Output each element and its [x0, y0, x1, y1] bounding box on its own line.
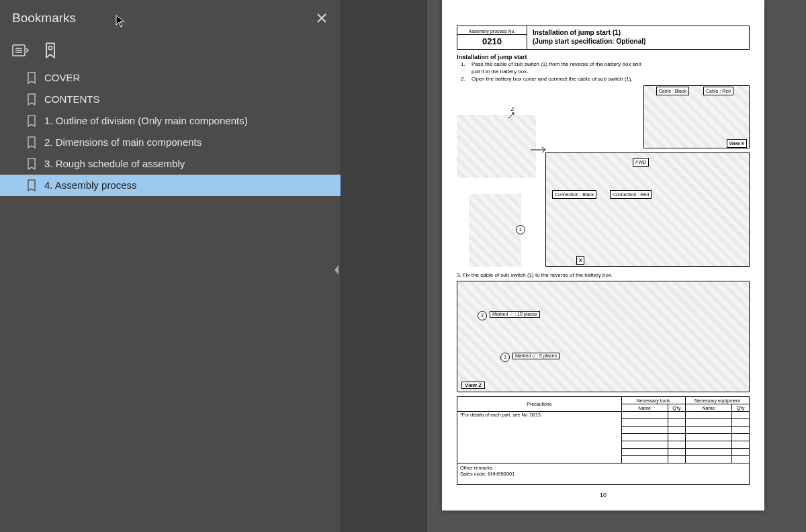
bookmark-label: CONTENTS	[44, 93, 100, 106]
close-panel-button[interactable]	[315, 11, 328, 25]
th-qty: Q'ty	[668, 404, 685, 412]
bookmark-item-cover[interactable]: COVER	[0, 67, 341, 89]
label-x: X	[576, 256, 584, 265]
bookmark-item-assembly[interactable]: 4. Assembly process	[0, 175, 341, 196]
bookmark-icon	[27, 72, 38, 84]
th-qty: Q'ty	[732, 404, 750, 412]
th-name: Name	[621, 404, 668, 412]
th-tools: Necessary tools	[621, 397, 685, 404]
remarks-text: Sales code: 6HH990001	[460, 471, 746, 477]
label-marked-star: Marked ☆ : 10 places	[490, 311, 540, 318]
step-text: Pass the cable of sub switch (1) from th…	[472, 60, 646, 75]
bookmark-icon	[27, 179, 38, 191]
find-bookmark-button[interactable]	[42, 43, 59, 58]
step-text: Open the battery box cover and connect t…	[472, 75, 646, 83]
label-view-x: View X	[727, 139, 747, 148]
process-title-line2: (Jump start specification: Optional)	[533, 37, 744, 46]
chevron-left-icon	[332, 263, 341, 277]
bookmark-icon	[27, 93, 38, 105]
close-icon	[315, 11, 328, 25]
diagram-area-2: 2 Marked ☆ : 10 places 3 Marked ◇ : 5 pl…	[457, 281, 750, 392]
bookmark-label: 3. Rough schedule of assembly	[44, 157, 185, 171]
bookmark-item-outline[interactable]: 1. Outline of division (Only main compon…	[0, 110, 341, 132]
bookmark-icon	[27, 136, 38, 148]
process-number-cell: Assembly process No. 0210	[457, 26, 527, 49]
step-1: 1. Pass the cable of sub switch (1) from…	[461, 60, 750, 75]
step-number: 1.	[461, 60, 467, 75]
bookmark-label: 1. Outline of division (Only main compon…	[44, 114, 248, 128]
label-cable-red: Cable : Red	[703, 87, 733, 95]
th-precautions: Precautions	[457, 397, 622, 412]
bottom-table: Precautions Necessary tools Necessary eq…	[457, 396, 750, 463]
process-title-line1: Installation of jump start (1)	[533, 28, 744, 37]
bookmark-item-dimensions[interactable]: 2. Dimensions of main components	[0, 132, 341, 153]
step-number: 2.	[461, 75, 467, 83]
bookmark-item-schedule[interactable]: 3. Rough schedule of assembly	[0, 153, 341, 175]
bookmark-icon	[27, 115, 38, 127]
label-connection-red: Connection : Red	[610, 190, 652, 199]
th-name: Name	[685, 404, 731, 412]
bookmarks-title: Bookmarks	[12, 11, 76, 26]
bookmark-icon	[27, 158, 38, 170]
label-connection-black: Connection : Black	[552, 190, 596, 199]
label-cable-black: Cable : Black	[656, 87, 689, 95]
bookmark-ribbon-icon	[42, 42, 59, 59]
label-fwd: FWD	[633, 158, 649, 167]
step-list: 1. Pass the cable of sub switch (1) from…	[461, 60, 750, 83]
th-equipment: Necessary equipment	[685, 397, 749, 404]
td-precautions: *For details of each part, see No. 0213.	[457, 412, 622, 463]
bookmark-options-button[interactable]	[12, 43, 30, 58]
bookmark-list: COVER CONTENTS 1. Outline of division (O…	[0, 64, 341, 196]
process-header-box: Assembly process No. 0210 Installation o…	[457, 26, 750, 50]
process-number-label: Assembly process No.	[457, 28, 527, 35]
list-icon	[12, 43, 30, 58]
bookmarks-header: Bookmarks	[0, 0, 341, 36]
document-viewer[interactable]: Assembly process No. 0210 Installation o…	[341, 0, 806, 532]
step-2: 2. Open the battery box cover and connec…	[461, 75, 750, 83]
bookmark-label: 2. Dimensions of main components	[44, 136, 202, 149]
other-remarks-box: Other remarks Sales code: 6HH990001	[457, 463, 750, 485]
process-number: 0210	[482, 35, 502, 46]
svg-point-1	[48, 46, 52, 50]
diagram-sub-switch	[469, 194, 521, 267]
bookmarks-panel: Bookmarks COVER CONTENTS	[0, 0, 341, 532]
diagram-area-1: Cable : Black Cable : Red View X Z FWD C…	[457, 85, 750, 271]
callout-1: 1	[516, 225, 525, 234]
page-number: 10	[457, 492, 750, 498]
label-marked-diamond: Marked ◇ : 5 places	[512, 353, 559, 359]
section-heading: Installation of jump start	[457, 54, 750, 60]
bookmarks-toolbar	[0, 36, 341, 64]
callout-2: 2	[478, 311, 487, 320]
label-z: Z	[509, 105, 516, 113]
bookmark-label: 4. Assembly process	[44, 179, 137, 192]
bookmark-label: COVER	[44, 71, 80, 85]
step-3: 3. Fix the cable of sub switch (1) to th…	[457, 272, 750, 278]
collapse-sidebar-button[interactable]	[332, 263, 341, 277]
diagram-left-part	[457, 115, 536, 178]
process-title: Installation of jump start (1) (Jump sta…	[527, 26, 749, 49]
diagram-battery-box	[545, 152, 750, 267]
callout-3: 3	[500, 353, 510, 362]
pdf-page: Assembly process No. 0210 Installation o…	[442, 0, 764, 511]
bookmark-item-contents[interactable]: CONTENTS	[0, 89, 341, 110]
remarks-label: Other remarks	[460, 465, 746, 471]
label-view-z: View Z	[461, 382, 485, 389]
